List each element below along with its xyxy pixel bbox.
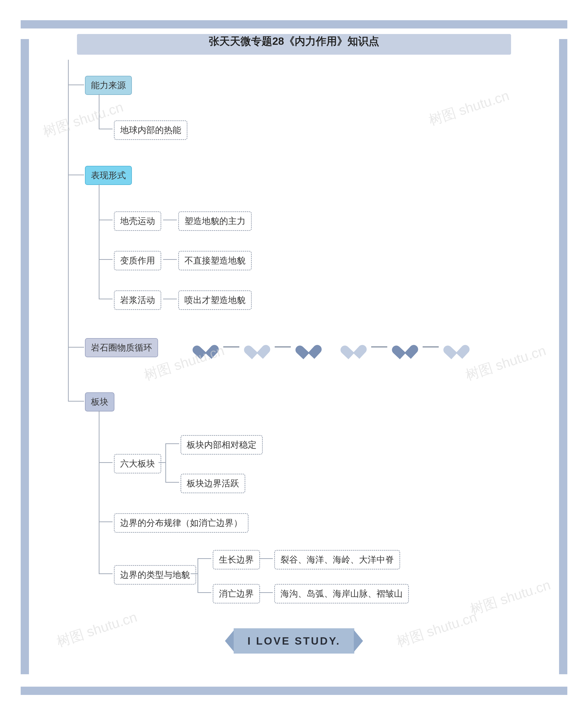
leaf-earth-heat[interactable]: 地球内部的热能 bbox=[114, 121, 188, 140]
leaf-crust-movement[interactable]: 地壳运动 bbox=[114, 211, 161, 231]
c2-b3d bbox=[163, 299, 177, 299]
heart-dash bbox=[371, 346, 387, 348]
c4-1-brkt-h bbox=[158, 462, 166, 463]
heart-icon bbox=[249, 339, 265, 354]
c2-b2 bbox=[99, 259, 112, 260]
heart-dash bbox=[422, 346, 439, 348]
frame-bottom bbox=[21, 687, 567, 695]
heart-icon bbox=[300, 339, 317, 354]
c2-b1d bbox=[163, 220, 177, 220]
cat-energy-source[interactable]: 能力来源 bbox=[85, 76, 132, 95]
c4-3-to-b bbox=[198, 592, 211, 593]
cat-expression-form[interactable]: 表现形式 bbox=[85, 166, 132, 185]
c2-b3 bbox=[99, 299, 112, 299]
c4-b1 bbox=[99, 462, 112, 463]
c4-1-to-b bbox=[166, 482, 179, 483]
heart-dash bbox=[223, 346, 239, 348]
heart-icon bbox=[345, 339, 362, 354]
ribbon-left-notch bbox=[225, 630, 234, 652]
leaf-boundary-types[interactable]: 边界的类型与地貌 bbox=[114, 565, 196, 585]
frame-right bbox=[559, 39, 567, 674]
leaf-magma[interactable]: 岩浆活动 bbox=[114, 290, 161, 310]
leaf-metamorphism-desc[interactable]: 不直接塑造地貌 bbox=[178, 251, 252, 271]
leaf-divergent-boundary[interactable]: 生长边界 bbox=[213, 550, 260, 569]
heart-icon bbox=[448, 339, 465, 354]
branch-to-c3 bbox=[68, 347, 84, 348]
c2-b2d bbox=[163, 259, 177, 260]
trunk-line bbox=[68, 60, 69, 401]
footer-ribbon: I LOVE STUDY. bbox=[225, 628, 363, 653]
leaf-divergent-examples[interactable]: 裂谷、海洋、海岭、大洋中脊 bbox=[274, 550, 400, 569]
c4-1-brkt-v bbox=[166, 444, 166, 482]
cat-plates[interactable]: 板块 bbox=[85, 392, 114, 411]
frame-left bbox=[21, 39, 29, 674]
leaf-crust-movement-desc[interactable]: 塑造地貌的主力 bbox=[178, 211, 252, 231]
leaf-convergent-boundary[interactable]: 消亡边界 bbox=[213, 584, 260, 603]
hearts-divider bbox=[198, 340, 464, 354]
diagram-title: 张天天微专题28《内力作用》知识点 bbox=[193, 29, 395, 53]
c4-b3 bbox=[99, 574, 112, 574]
leaf-metamorphism[interactable]: 变质作用 bbox=[114, 251, 161, 271]
c4-down bbox=[99, 411, 100, 574]
c4-b2 bbox=[99, 521, 112, 522]
page: 张天天微专题28《内力作用》知识点 能力来源 地球内部的热能 表现形式 地壳运动… bbox=[0, 0, 588, 711]
c4-3b-to-d bbox=[259, 592, 273, 593]
heart-dash bbox=[275, 346, 291, 348]
leaf-six-plates[interactable]: 六大板块 bbox=[114, 454, 161, 473]
branch-to-c2 bbox=[68, 175, 84, 175]
c4-3-brkt-h bbox=[191, 574, 198, 574]
branch-to-c4 bbox=[68, 401, 84, 402]
leaf-boundary-distribution[interactable]: 边界的分布规律（如消亡边界） bbox=[114, 513, 248, 533]
leaf-convergent-examples[interactable]: 海沟、岛弧、海岸山脉、褶皱山 bbox=[274, 584, 409, 603]
c4-3-to-a bbox=[198, 558, 211, 559]
c4-1-to-a bbox=[166, 444, 179, 444]
leaf-plate-interior-stable[interactable]: 板块内部相对稳定 bbox=[180, 435, 263, 455]
branch-to-c1 bbox=[68, 85, 84, 85]
c4-3-brkt-v bbox=[198, 558, 198, 593]
heart-icon bbox=[397, 339, 413, 354]
leaf-magma-desc[interactable]: 喷出才塑造地貌 bbox=[178, 290, 252, 310]
cat-rock-cycle[interactable]: 岩石圈物质循环 bbox=[85, 338, 158, 357]
title-banner: 张天天微专题28《内力作用》知识点 bbox=[53, 25, 535, 58]
c4-3a-to-d bbox=[259, 558, 273, 559]
c2-down bbox=[99, 184, 100, 299]
c1-to-leaf bbox=[99, 129, 112, 129]
ribbon-right-notch bbox=[354, 630, 363, 652]
footer-text: I LOVE STUDY. bbox=[234, 628, 354, 653]
c1-down bbox=[99, 94, 100, 129]
leaf-plate-boundary-active[interactable]: 板块边界活跃 bbox=[180, 474, 245, 493]
c2-b1 bbox=[99, 220, 112, 220]
heart-icon bbox=[197, 339, 214, 354]
